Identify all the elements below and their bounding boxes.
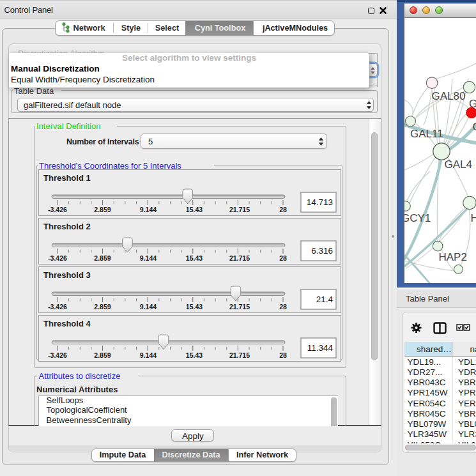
svg-text:6.316: 6.316	[311, 246, 333, 256]
svg-text:GA: GA	[469, 98, 476, 110]
svg-text:2.859: 2.859	[94, 303, 111, 311]
svg-text:GAL80: GAL80	[431, 89, 465, 102]
svg-text:15.43: 15.43	[186, 206, 203, 213]
svg-text:21.715: 21.715	[229, 303, 250, 311]
svg-text:9.144: 9.144	[140, 351, 157, 359]
svg-text:GCY1: GCY1	[404, 211, 431, 224]
svg-text:HAP2: HAP2	[438, 250, 466, 263]
svg-text:Threshold 2: Threshold 2	[43, 222, 91, 231]
svg-text:9.144: 9.144	[140, 254, 157, 262]
svg-text:15.43: 15.43	[186, 351, 203, 359]
svg-text:2.859: 2.859	[94, 254, 111, 262]
svg-text:21.715: 21.715	[229, 206, 250, 213]
svg-text:28: 28	[279, 303, 287, 311]
svg-text:28: 28	[279, 206, 287, 213]
svg-text:2.859: 2.859	[94, 206, 111, 213]
svg-text:11.344: 11.344	[307, 343, 334, 353]
svg-text:9.144: 9.144	[140, 206, 157, 213]
svg-text:-3.426: -3.426	[48, 206, 67, 213]
svg-text:Threshold 1: Threshold 1	[43, 173, 91, 183]
svg-text:-3.426: -3.426	[48, 254, 67, 262]
svg-text:15.43: 15.43	[186, 303, 203, 311]
svg-text:21.715: 21.715	[229, 254, 250, 262]
svg-text:28: 28	[279, 254, 287, 262]
svg-text:GAL11: GAL11	[410, 128, 443, 140]
svg-text:Threshold 3: Threshold 3	[43, 270, 91, 280]
svg-text:GAL4: GAL4	[444, 158, 472, 171]
svg-text:21.4: 21.4	[316, 295, 334, 304]
svg-text:21.715: 21.715	[229, 351, 250, 359]
svg-text:Threshold 4: Threshold 4	[43, 319, 91, 328]
svg-text:-3.426: -3.426	[48, 303, 67, 311]
svg-text:CD: CD	[472, 120, 476, 132]
svg-text:28: 28	[279, 351, 287, 359]
svg-text:9.144: 9.144	[140, 303, 157, 311]
svg-text:15.43: 15.43	[186, 254, 203, 262]
svg-text:2.859: 2.859	[94, 351, 111, 359]
svg-text:14.713: 14.713	[307, 197, 333, 207]
svg-text:HI: HI	[470, 211, 476, 224]
svg-text:-3.426: -3.426	[48, 351, 67, 359]
